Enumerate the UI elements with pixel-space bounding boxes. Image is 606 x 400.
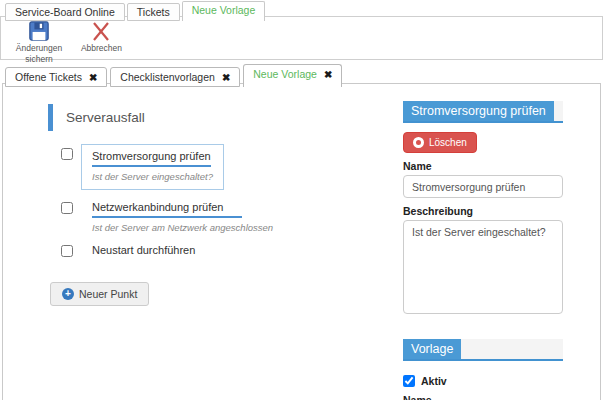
new-item-button[interactable]: + Neuer Punkt <box>50 282 149 306</box>
item-title: Neustart durchführen <box>92 244 195 259</box>
name-field-label: Name <box>403 160 563 172</box>
vorlage-header-label: Vorlage <box>403 339 461 359</box>
template-editor-panel: Serverausfall Stromversorgung prüfen Ist… <box>2 83 601 400</box>
checklist-item-netzwerkanbindung[interactable]: Netzwerkanbindung prüfen Ist der Server … <box>61 198 378 233</box>
item-description: Ist der Server eingeschaltet? <box>92 171 213 182</box>
window-tab-neue-vorlage[interactable]: Neue Vorlage <box>182 1 266 21</box>
window-tab-tickets[interactable]: Tickets <box>127 3 180 21</box>
remove-circle-icon <box>413 137 424 148</box>
doc-tab-checklistenvorlagen[interactable]: Checklistenvorlagen✖ <box>110 67 240 87</box>
item-description-textarea[interactable]: Ist der Server eingeschaltet? <box>403 220 563 314</box>
item-title: Netzwerkanbindung prüfen <box>92 201 242 218</box>
item-body: Netzwerkanbindung prüfen Ist der Server … <box>81 198 273 233</box>
floppy-disk-icon <box>11 21 67 42</box>
aktiv-checkbox[interactable] <box>403 375 415 387</box>
item-name-input[interactable] <box>403 175 563 198</box>
doc-tab-label: Offene Tickets <box>15 71 82 83</box>
detail-sidebar: Stromversorgung prüfen Löschen Name Besc… <box>403 101 563 400</box>
window-tab-serviceboard[interactable]: Service-Board Online <box>5 3 125 21</box>
save-changes-label: Änderungen sichern <box>11 43 67 64</box>
aktiv-label: Aktiv <box>421 375 447 387</box>
red-x-icon <box>73 21 129 42</box>
item-detail-header-label: Stromversorgung prüfen <box>403 101 554 121</box>
description-field-label: Beschreibung <box>403 205 563 217</box>
delete-label: Löschen <box>429 137 467 148</box>
new-item-label: Neuer Punkt <box>79 288 137 300</box>
close-tab-icon[interactable]: ✖ <box>222 72 230 83</box>
template-title: Serverausfall <box>48 104 378 131</box>
checklist-item-neustart[interactable]: Neustart durchführen <box>61 241 378 259</box>
delete-button[interactable]: Löschen <box>403 132 477 153</box>
close-tab-icon[interactable]: ✖ <box>324 69 332 80</box>
save-changes-button[interactable]: Änderungen sichern <box>11 20 67 64</box>
cancel-button[interactable]: Abbrechen <box>73 20 129 54</box>
doc-tab-label: Checklistenvorlagen <box>120 71 215 83</box>
item-checkbox[interactable] <box>61 148 73 160</box>
item-body: Neustart durchführen <box>81 241 195 259</box>
doc-tab-offene-tickets[interactable]: Offene Tickets✖ <box>5 67 107 87</box>
item-checkbox[interactable] <box>61 245 73 257</box>
item-body: Stromversorgung prüfen Ist der Server ei… <box>81 144 224 190</box>
cancel-label: Abbrechen <box>73 43 129 54</box>
aktiv-row: Aktiv <box>403 375 563 387</box>
vorlage-header: Vorlage <box>403 339 563 361</box>
ribbon-toolbar: Änderungen sichern Abbrechen <box>0 16 603 60</box>
item-title: Stromversorgung prüfen <box>92 150 211 167</box>
item-description: Ist der Server am Netzwerk angeschlossen <box>92 222 273 233</box>
checklist-preview: Serverausfall Stromversorgung prüfen Ist… <box>48 104 378 306</box>
doc-tab-neue-vorlage[interactable]: Neue Vorlage✖ <box>243 64 342 87</box>
template-name-label: Name <box>403 394 563 400</box>
item-detail-header: Stromversorgung prüfen <box>403 101 563 123</box>
checklist-item-stromversorgung[interactable]: Stromversorgung prüfen Ist der Server ei… <box>61 144 378 190</box>
close-tab-icon[interactable]: ✖ <box>89 72 97 83</box>
plus-circle-icon: + <box>62 288 74 300</box>
doc-tab-label: Neue Vorlage <box>253 68 317 80</box>
checklist-items: Stromversorgung prüfen Ist der Server ei… <box>61 144 378 259</box>
document-tab-bar: Offene Tickets✖Checklistenvorlagen✖Neue … <box>5 64 345 87</box>
item-checkbox[interactable] <box>61 202 73 214</box>
window-tab-bar: Service-Board OnlineTicketsNeue Vorlage <box>5 1 267 21</box>
